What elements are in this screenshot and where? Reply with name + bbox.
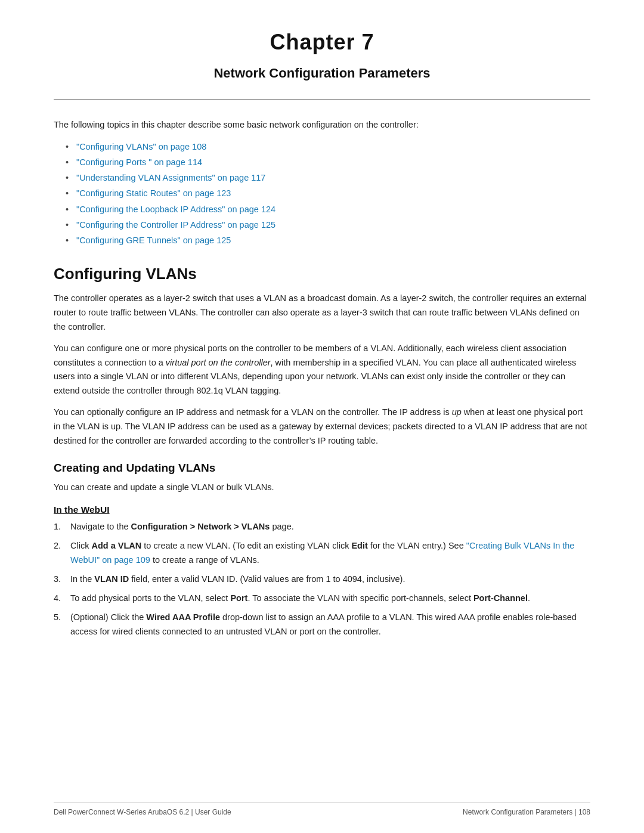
list-item: "Configuring the Loopback IP Address" on… <box>66 202 590 217</box>
footer-right: Network Configuration Parameters | 108 <box>463 808 590 816</box>
step2-after2: for the VLAN entry.) See <box>368 541 466 550</box>
vlans-para3-italic: up <box>452 407 462 417</box>
list-item: To add physical ports to the VLAN, selec… <box>54 592 590 606</box>
creating-updating-heading: Creating and Updating VLANs <box>54 462 590 475</box>
footer-left: Dell PowerConnect W-Series ArubaOS 6.2 |… <box>54 808 231 816</box>
step4-middle: . To associate the VLAN with specific po… <box>247 593 473 603</box>
step2-middle: to create a new VLAN. (To edit an existi… <box>141 541 351 550</box>
step1-before: Navigate to the <box>70 522 131 531</box>
webui-heading: In the WebUI <box>54 504 590 515</box>
toc-link-gre[interactable]: "Configuring GRE Tunnels" on page 125 <box>76 236 231 245</box>
list-item: "Configuring the Controller IP Address" … <box>66 217 590 233</box>
step3-bold: VLAN ID <box>94 574 129 584</box>
step3-before: In the <box>70 574 94 584</box>
toc-link-vlan-assignments[interactable]: "Understanding VLAN Assignments" on page… <box>76 173 265 182</box>
vlans-para3-before: You can optionally configure an IP addre… <box>54 407 452 417</box>
webui-steps-list: Navigate to the Configuration > Network … <box>54 520 590 639</box>
step4-bold1: Port <box>230 593 247 603</box>
list-item: "Configuring GRE Tunnels" on page 125 <box>66 233 590 248</box>
step5-paren: (Optional) Click the <box>70 612 146 622</box>
step4-before: To add physical ports to the VLAN, selec… <box>70 593 230 603</box>
list-item: "Configuring VLANs" on page 108 <box>66 139 590 154</box>
toc-link-ports[interactable]: "Configuring Ports " on page 114 <box>76 157 202 167</box>
step1-bold: Configuration > Network > VLANs <box>131 522 270 531</box>
step2-bold2: Edit <box>351 541 367 550</box>
intro-section: The following topics in this chapter des… <box>54 118 590 248</box>
vlans-para1: The controller operates as a layer-2 swi… <box>54 292 590 335</box>
step2-before: Click <box>70 541 91 550</box>
page-footer: Dell PowerConnect W-Series ArubaOS 6.2 |… <box>54 803 590 816</box>
step2-bold1: Add a VLAN <box>91 541 141 550</box>
configuring-vlans-heading: Configuring VLANs <box>54 265 590 283</box>
step2-after3: to create a range of VLANs. <box>150 555 259 565</box>
list-item: "Configuring Static Routes" on page 123 <box>66 185 590 201</box>
vlans-para3: You can optionally configure an IP addre… <box>54 405 590 448</box>
chapter-title: Chapter 7 <box>54 30 590 55</box>
header-divider <box>54 99 590 100</box>
step3-after: field, enter a valid VLAN ID. (Valid val… <box>129 574 405 584</box>
list-item: "Configuring Ports " on page 114 <box>66 154 590 170</box>
list-item: In the VLAN ID field, enter a valid VLAN… <box>54 572 590 587</box>
creating-updating-intro: You can create and update a single VLAN … <box>54 481 590 495</box>
toc-link-vlans[interactable]: "Configuring VLANs" on page 108 <box>76 142 206 151</box>
list-item: Navigate to the Configuration > Network … <box>54 520 590 534</box>
toc-list: "Configuring VLANs" on page 108 "Configu… <box>66 139 590 248</box>
chapter-header: Chapter 7 Network Configuration Paramete… <box>54 0 590 92</box>
toc-link-static-routes[interactable]: "Configuring Static Routes" on page 123 <box>76 188 231 198</box>
chapter-subtitle: Network Configuration Parameters <box>54 66 590 81</box>
step4-after: . <box>528 593 530 603</box>
step1-after: page. <box>270 522 293 531</box>
step4-bold2: Port-Channel <box>473 593 528 603</box>
list-item: (Optional) Click the Wired AAA Profile d… <box>54 611 590 639</box>
list-item: "Understanding VLAN Assignments" on page… <box>66 170 590 185</box>
toc-link-controller-ip[interactable]: "Configuring the Controller IP Address" … <box>76 220 275 230</box>
list-item: Click Add a VLAN to create a new VLAN. (… <box>54 539 590 568</box>
toc-link-loopback[interactable]: "Configuring the Loopback IP Address" on… <box>76 205 275 214</box>
vlans-para2: You can configure one or more physical p… <box>54 342 590 399</box>
step5-bold: Wired AAA Profile <box>146 612 220 622</box>
vlans-para2-italic: virtual port on the controller <box>166 358 271 367</box>
intro-text: The following topics in this chapter des… <box>54 118 590 132</box>
